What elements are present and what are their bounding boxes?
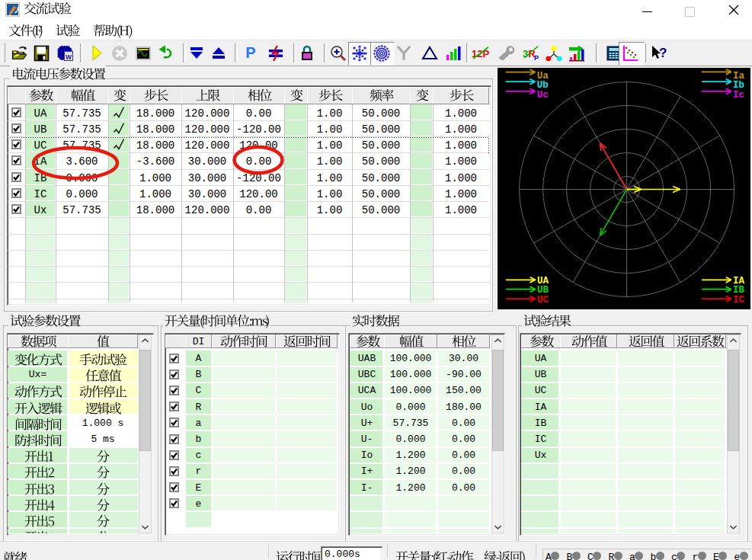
- svg-text:?: ?: [659, 46, 667, 60]
- svg-text:P: P: [245, 44, 255, 61]
- svg-text:Uc: Uc: [537, 90, 549, 101]
- svg-text:Ic: Ic: [733, 90, 744, 101]
- svg-text:IC: IC: [733, 295, 745, 306]
- svg-text:UC: UC: [537, 295, 549, 306]
- svg-text:P: P: [534, 54, 539, 62]
- svg-text:W: W: [66, 53, 72, 61]
